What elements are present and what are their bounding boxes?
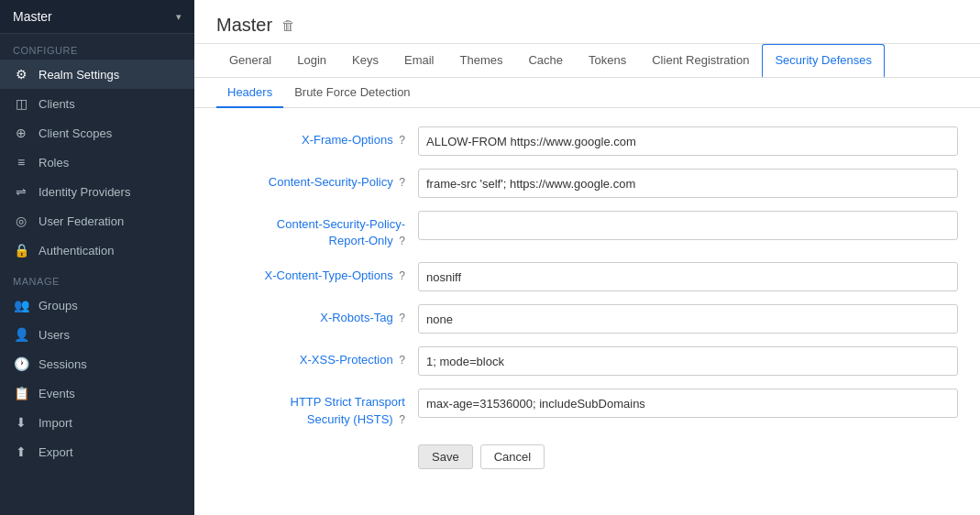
sidebar-item-label: Events <box>39 387 75 400</box>
sidebar-item-export[interactable]: ⬆ Export <box>0 437 194 466</box>
help-icon-x-frame-options[interactable]: ? <box>399 134 405 147</box>
sidebar-item-label: Sessions <box>39 357 87 371</box>
label-x-robots-tag: X-Robots-Tag ? <box>216 304 418 326</box>
sidebar-item-label: Identity Providers <box>39 185 130 199</box>
sidebar-item-events[interactable]: 📋 Events <box>0 378 194 408</box>
label-hsts: HTTP Strict TransportSecurity (HSTS) ? <box>216 389 418 427</box>
tab-security-defenses[interactable]: Security Defenses <box>762 44 885 78</box>
label-x-content-type-options: X-Content-Type-Options ? <box>216 262 418 284</box>
main-content: Master 🗑 General Login Keys Email Themes… <box>194 0 980 515</box>
sessions-icon: 🕐 <box>13 356 29 371</box>
tab-client-registration[interactable]: Client Registration <box>639 44 762 78</box>
clients-icon: ◫ <box>13 96 29 111</box>
tab-email[interactable]: Email <box>391 44 447 78</box>
sidebar-item-identity-providers[interactable]: ⇌ Identity Providers <box>0 177 194 206</box>
tabs-bar: General Login Keys Email Themes Cache To… <box>194 44 980 78</box>
label-csp-report-only: Content-Security-Policy-Report-Only ? <box>216 211 418 249</box>
form-actions: Save Cancel <box>216 441 958 469</box>
input-content-security-policy[interactable] <box>418 169 958 198</box>
subtab-brute-force[interactable]: Brute Force Detection <box>283 78 421 108</box>
tab-themes[interactable]: Themes <box>446 44 515 78</box>
label-x-xss-protection: X-XSS-Protection ? <box>216 346 418 368</box>
realm-name: Master <box>13 9 52 24</box>
input-hsts[interactable] <box>418 389 958 418</box>
input-x-xss-protection[interactable] <box>418 346 958 376</box>
sidebar-item-roles[interactable]: ≡ Roles <box>0 148 194 177</box>
form-row-csp-report-only: Content-Security-Policy-Report-Only ? <box>216 211 958 249</box>
identity-providers-icon: ⇌ <box>13 184 29 199</box>
groups-icon: 👥 <box>13 298 29 312</box>
realm-selector[interactable]: Master ▾ <box>0 0 194 34</box>
input-x-robots-tag[interactable] <box>418 304 958 334</box>
tab-login[interactable]: Login <box>284 44 339 78</box>
subtab-headers[interactable]: Headers <box>216 78 283 108</box>
input-x-content-type-options[interactable] <box>418 262 958 291</box>
sidebar-item-clients[interactable]: ◫ Clients <box>0 89 194 118</box>
chevron-down-icon: ▾ <box>176 11 182 23</box>
help-icon-csp-report-only[interactable]: ? <box>399 235 405 247</box>
input-x-frame-options[interactable] <box>418 126 958 156</box>
sidebar: Master ▾ Configure ⚙ Realm Settings ◫ Cl… <box>0 0 194 515</box>
sidebar-item-authentication[interactable]: 🔒 Authentication <box>0 236 194 265</box>
input-csp-report-only[interactable] <box>418 211 958 240</box>
sidebar-item-user-federation[interactable]: ◎ User Federation <box>0 206 194 236</box>
help-icon-xcto[interactable]: ? <box>399 269 405 282</box>
help-icon-x-xss-protection[interactable]: ? <box>399 354 405 367</box>
sidebar-item-users[interactable]: 👤 Users <box>0 320 194 349</box>
help-icon-csp[interactable]: ? <box>399 176 405 189</box>
sidebar-item-label: Users <box>39 328 70 342</box>
import-icon: ⬇ <box>13 415 29 430</box>
form-row-content-security-policy: Content-Security-Policy ? <box>216 169 958 198</box>
form-row-x-content-type-options: X-Content-Type-Options ? <box>216 262 958 291</box>
sidebar-item-client-scopes[interactable]: ⊕ Client Scopes <box>0 118 194 148</box>
realm-settings-icon: ⚙ <box>13 67 29 82</box>
sidebar-item-label: Client Scopes <box>39 126 112 140</box>
tab-cache[interactable]: Cache <box>515 44 576 78</box>
page-title: Master <box>216 15 272 36</box>
help-icon-x-robots-tag[interactable]: ? <box>399 312 405 324</box>
manage-section-label: Manage <box>0 265 194 290</box>
export-icon: ⬆ <box>13 444 29 459</box>
form-row-x-robots-tag: X-Robots-Tag ? <box>216 304 958 334</box>
cancel-button[interactable]: Cancel <box>480 444 545 469</box>
sidebar-item-label: Export <box>39 445 73 459</box>
subtabs-bar: Headers Brute Force Detection <box>194 78 980 108</box>
help-icon-hsts[interactable]: ? <box>399 413 405 426</box>
sidebar-item-label: Authentication <box>39 244 114 258</box>
sidebar-item-realm-settings[interactable]: ⚙ Realm Settings <box>0 60 194 89</box>
tab-keys[interactable]: Keys <box>339 44 391 78</box>
sidebar-item-label: Groups <box>39 299 78 312</box>
page-header: Master 🗑 <box>194 0 980 44</box>
form-row-x-xss-protection: X-XSS-Protection ? <box>216 346 958 376</box>
sidebar-item-label: Roles <box>39 156 69 170</box>
roles-icon: ≡ <box>13 155 29 170</box>
events-icon: 📋 <box>13 386 29 400</box>
sidebar-item-label: Clients <box>39 97 75 111</box>
form-row-x-frame-options: X-Frame-Options ? <box>216 126 958 156</box>
sidebar-item-label: User Federation <box>39 214 124 228</box>
authentication-icon: 🔒 <box>13 243 29 258</box>
label-content-security-policy: Content-Security-Policy ? <box>216 169 418 191</box>
form-row-hsts: HTTP Strict TransportSecurity (HSTS) ? <box>216 389 958 427</box>
form-area: X-Frame-Options ? Content-Security-Polic… <box>194 108 980 515</box>
tab-general[interactable]: General <box>216 44 284 78</box>
tab-tokens[interactable]: Tokens <box>576 44 639 78</box>
sidebar-item-sessions[interactable]: 🕐 Sessions <box>0 349 194 378</box>
user-federation-icon: ◎ <box>13 214 29 228</box>
save-button[interactable]: Save <box>418 444 473 469</box>
trash-icon[interactable]: 🗑 <box>281 17 295 33</box>
sidebar-item-label: Realm Settings <box>39 68 119 82</box>
client-scopes-icon: ⊕ <box>13 126 29 140</box>
sidebar-item-groups[interactable]: 👥 Groups <box>0 290 194 320</box>
sidebar-item-label: Import <box>39 416 72 430</box>
label-x-frame-options: X-Frame-Options ? <box>216 126 418 148</box>
sidebar-item-import[interactable]: ⬇ Import <box>0 408 194 437</box>
configure-section-label: Configure <box>0 34 194 60</box>
users-icon: 👤 <box>13 327 29 342</box>
